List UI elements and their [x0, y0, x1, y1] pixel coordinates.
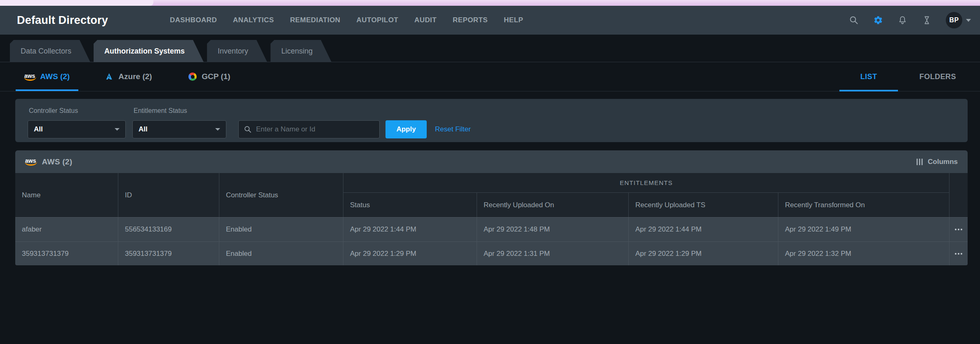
table-body: afaber 556534133169 Enabled Apr 29 2022 … — [15, 217, 968, 265]
columns-icon — [917, 159, 923, 165]
aws-logo-icon: aws — [24, 73, 35, 81]
cell-status: Apr 29 2022 1:44 PM — [343, 218, 477, 241]
filter-panel: Controller Status All Entitlement Status… — [15, 99, 968, 142]
columns-button[interactable]: Columns — [917, 158, 958, 166]
tab-aws[interactable]: aws AWS (2) — [16, 62, 78, 91]
table-row[interactable]: 359313731379 359313731379 Enabled Apr 29… — [15, 241, 968, 265]
column-header-name[interactable]: Name — [15, 173, 118, 217]
column-header-status[interactable]: Status — [343, 193, 477, 217]
column-header-controller-status[interactable]: Controller Status — [219, 173, 343, 217]
main-nav: DASHBOARD ANALYTICS REMEDIATION AUTOPILO… — [170, 16, 523, 24]
table-card-header: aws AWS (2) Columns — [15, 150, 968, 173]
table-row[interactable]: afaber 556534133169 Enabled Apr 29 2022 … — [15, 218, 968, 241]
nav-autopilot[interactable]: AUTOPILOT — [357, 16, 399, 24]
search-icon[interactable] — [848, 15, 859, 26]
columns-label: Columns — [928, 158, 958, 166]
cell-recently-uploaded-on: Apr 29 2022 1:48 PM — [477, 218, 628, 241]
cell-controller-status: Enabled — [219, 218, 343, 241]
tab-data-collectors[interactable]: Data Collectors — [10, 40, 90, 62]
tab-licensing[interactable]: Licensing — [270, 40, 331, 62]
tab-authorization-systems[interactable]: Authorization Systems — [94, 40, 204, 62]
cell-controller-status: Enabled — [219, 242, 343, 265]
notifications-bell-icon[interactable] — [897, 15, 908, 26]
tab-label: Authorization Systems — [104, 47, 185, 56]
page-title: Default Directory — [17, 14, 108, 27]
reset-filter-link[interactable]: Reset Filter — [435, 120, 471, 138]
chevron-down-icon — [966, 19, 971, 22]
tab-inventory[interactable]: Inventory — [207, 40, 267, 62]
cell-recently-uploaded-ts: Apr 29 2022 1:29 PM — [628, 242, 778, 265]
entitlement-status-select[interactable]: All — [132, 120, 226, 138]
cell-recently-transformed-on: Apr 29 2022 1:49 PM — [778, 218, 949, 241]
chevron-down-icon — [215, 128, 220, 131]
nav-audit[interactable]: AUDIT — [414, 16, 437, 24]
nav-analytics[interactable]: ANALYTICS — [233, 16, 274, 24]
ellipsis-icon — [955, 229, 962, 230]
table-title: AWS (2) — [42, 157, 72, 166]
cell-name: afaber — [15, 218, 118, 241]
user-menu[interactable]: BP — [946, 12, 971, 28]
cell-id: 556534133169 — [118, 218, 219, 241]
settings-gear-icon[interactable] — [873, 15, 884, 26]
cell-id: 359313731379 — [118, 242, 219, 265]
cell-recently-transformed-on: Apr 29 2022 1:32 PM — [778, 242, 949, 265]
hourglass-icon[interactable] — [921, 15, 932, 26]
tab-gcp[interactable]: GCP (1) — [178, 62, 241, 91]
view-tab-folders[interactable]: FOLDERS — [900, 62, 976, 91]
tab-label: Inventory — [218, 47, 248, 56]
table-header: Name ID Controller Status ENTITLEMENTS S… — [15, 173, 968, 217]
row-actions-button[interactable] — [949, 218, 968, 241]
view-tab-list[interactable]: LIST — [838, 62, 900, 91]
app-bar: Default Directory DASHBOARD ANALYTICS RE… — [0, 6, 980, 35]
avatar[interactable]: BP — [946, 12, 962, 28]
controller-status-label: Controller Status — [29, 107, 78, 115]
azure-logo-icon — [104, 72, 113, 81]
search-icon — [244, 125, 252, 133]
tab-label: AWS (2) — [40, 72, 70, 81]
nav-dashboard[interactable]: DASHBOARD — [170, 16, 217, 24]
view-toggle: LIST FOLDERS — [838, 62, 976, 91]
provider-tabs: aws AWS (2) Azure (2) GCP (1) — [0, 62, 980, 91]
entitlement-status-label: Entitlement Status — [134, 107, 187, 115]
column-header-recently-uploaded-ts[interactable]: Recently Uploaded TS — [628, 193, 778, 217]
cell-recently-uploaded-on: Apr 29 2022 1:31 PM — [477, 242, 628, 265]
app-bar-actions: BP — [848, 6, 971, 35]
ellipsis-icon — [955, 253, 962, 255]
cell-status: Apr 29 2022 1:29 PM — [343, 242, 477, 265]
search-field — [238, 120, 380, 138]
tab-label: Licensing — [281, 47, 313, 56]
gcp-logo-icon — [188, 73, 197, 81]
selected-value: All — [34, 125, 43, 133]
column-group-entitlements: ENTITLEMENTS — [343, 173, 949, 193]
tab-label: GCP (1) — [202, 72, 230, 81]
selected-value: All — [139, 125, 148, 133]
browser-theme-strip — [0, 0, 980, 6]
apply-button[interactable]: Apply — [385, 120, 427, 138]
authorization-systems-table: aws AWS (2) Columns Name ID Controller S… — [15, 150, 968, 265]
nav-remediation[interactable]: REMEDIATION — [290, 16, 340, 24]
tab-label: Azure (2) — [118, 72, 152, 81]
nav-reports[interactable]: REPORTS — [453, 16, 488, 24]
tab-azure[interactable]: Azure (2) — [97, 62, 160, 91]
chevron-down-icon — [115, 128, 120, 131]
cell-name: 359313731379 — [15, 242, 118, 265]
nav-help[interactable]: HELP — [504, 16, 523, 24]
primary-tabs: Data Collectors Authorization Systems In… — [10, 40, 331, 62]
cell-recently-uploaded-ts: Apr 29 2022 1:44 PM — [628, 218, 778, 241]
column-header-recently-uploaded-on[interactable]: Recently Uploaded On — [477, 193, 628, 217]
row-actions-button[interactable] — [949, 242, 968, 265]
browser-tab-sliver — [0, 0, 153, 6]
column-header-recently-transformed-on[interactable]: Recently Transformed On — [778, 193, 949, 217]
column-header-actions — [949, 173, 968, 217]
controller-status-select[interactable]: All — [28, 120, 126, 138]
aws-logo-icon: aws — [25, 158, 36, 166]
column-header-id[interactable]: ID — [118, 173, 219, 217]
tab-label: Data Collectors — [21, 47, 71, 56]
search-input[interactable] — [256, 125, 374, 133]
